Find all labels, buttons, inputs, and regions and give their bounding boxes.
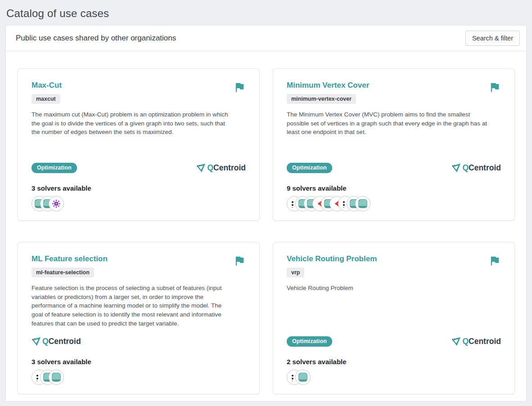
solver-avatars <box>32 196 246 211</box>
purple-mandala-logo-icon <box>51 199 61 209</box>
use-case-title[interactable]: Max-Cut <box>32 81 62 90</box>
use-case-description: Feature selection is the process of sele… <box>32 284 234 328</box>
use-case-title[interactable]: ML Feature selection <box>32 254 108 263</box>
use-case-slug-badge: minimum-vertex-cover <box>287 94 356 104</box>
flag-button[interactable] <box>233 81 246 95</box>
solver-avatar-teal-logo <box>295 370 311 385</box>
flag-icon <box>233 81 246 94</box>
flag-icon <box>488 254 501 267</box>
qcentroid-triangle-icon <box>32 337 41 346</box>
flag-button[interactable] <box>488 81 501 95</box>
qcentroid-wordmark: QCentroid <box>462 337 501 346</box>
solvers-available-label: 2 solvers available <box>287 358 501 366</box>
search-filter-button[interactable]: Search & filter <box>465 31 520 46</box>
solver-avatars <box>32 370 246 385</box>
solvers-available-label: 9 solvers available <box>287 184 501 192</box>
flag-button[interactable] <box>233 254 246 268</box>
use-case-title[interactable]: Minimum Vertex Cover <box>287 81 369 90</box>
teal-square-logo-icon <box>51 372 61 382</box>
solver-avatar-teal-logo <box>49 370 64 385</box>
card-meta-row: QCentroid <box>32 336 246 347</box>
use-case-title[interactable]: Vehicle Routing Problem <box>287 254 377 263</box>
card-top: ML Feature selection ml-feature-selectio… <box>32 254 246 277</box>
card-meta-row: Optimization QCentroid <box>32 162 246 173</box>
use-case-card-vrp[interactable]: Vehicle Routing Problem vrp Vehicle Rout… <box>273 242 515 394</box>
public-use-cases-panel: Public use cases shared by other organiz… <box>5 25 527 401</box>
solver-avatars <box>287 196 501 211</box>
use-case-slug-badge: ml-feature-selection <box>32 268 94 277</box>
flag-button[interactable] <box>488 254 501 268</box>
solver-avatar-teal-logo <box>355 196 370 211</box>
card-top: Max-Cut maxcut <box>32 80 246 104</box>
solvers-available-label: 3 solvers available <box>32 184 246 192</box>
card-meta-row: Optimization QCentroid <box>287 162 501 173</box>
use-case-description: The Minimum Vertex Cover (MVC) problem a… <box>287 110 489 137</box>
category-badge: Optimization <box>287 163 332 173</box>
qcentroid-logo: QCentroid <box>451 163 501 173</box>
panel-header: Public use cases shared by other organiz… <box>6 26 526 51</box>
flag-icon <box>488 81 501 94</box>
solver-avatar-purple-logo <box>49 196 64 211</box>
use-case-card-minimum-vertex-cover[interactable]: Minimum Vertex Cover minimum-vertex-cove… <box>273 68 515 221</box>
qcentroid-wordmark: QCentroid <box>207 163 246 173</box>
use-case-slug-badge: maxcut <box>32 94 60 104</box>
qcentroid-triangle-icon <box>196 163 206 173</box>
category-badge: Optimization <box>32 163 77 173</box>
use-case-cards-grid: Max-Cut maxcut The maximum cut (Max-Cut)… <box>6 51 526 406</box>
use-case-card-maxcut[interactable]: Max-Cut maxcut The maximum cut (Max-Cut)… <box>18 68 260 221</box>
solvers-available-label: 3 solvers available <box>32 358 246 366</box>
qcentroid-triangle-icon <box>451 163 461 173</box>
use-case-description: The maximum cut (Max-Cut) problem is an … <box>32 110 234 137</box>
category-badge: Optimization <box>287 336 332 347</box>
qcentroid-triangle-icon <box>451 337 461 346</box>
use-case-description: Vehicle Routing Problem <box>287 284 489 293</box>
solver-avatars <box>287 370 501 385</box>
teal-square-logo-icon <box>298 372 308 382</box>
qcentroid-logo: QCentroid <box>196 163 246 173</box>
qcentroid-logo: QCentroid <box>32 337 81 346</box>
qcentroid-wordmark: QCentroid <box>42 337 81 346</box>
page-title: Catalog of use cases <box>0 0 532 25</box>
use-case-slug-badge: vrp <box>287 268 304 277</box>
panel-header-title: Public use cases shared by other organiz… <box>16 34 176 43</box>
qcentroid-logo: QCentroid <box>451 337 501 346</box>
use-case-card-ml-feature-selection[interactable]: ML Feature selection ml-feature-selectio… <box>18 242 260 394</box>
flag-icon <box>233 254 246 267</box>
teal-square-logo-icon <box>358 199 368 209</box>
qcentroid-wordmark: QCentroid <box>462 163 501 173</box>
card-meta-row: Optimization QCentroid <box>287 336 501 347</box>
card-top: Minimum Vertex Cover minimum-vertex-cove… <box>287 80 501 104</box>
card-top: Vehicle Routing Problem vrp <box>287 254 501 277</box>
